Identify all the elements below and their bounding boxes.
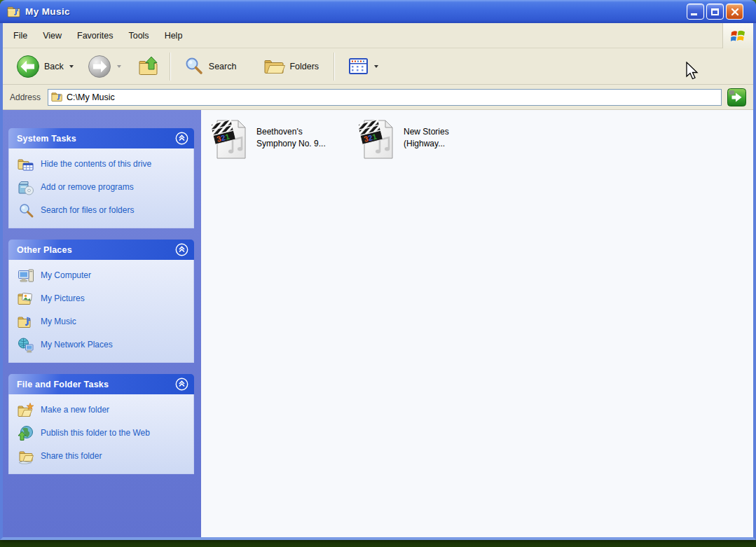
forward-dropdown-icon[interactable]: [117, 65, 121, 68]
link-my-pictures[interactable]: My Pictures: [18, 292, 188, 307]
media-file-icon: 321: [212, 118, 248, 160]
search-icon: [184, 56, 205, 77]
panel-other-places: Other Places: [8, 240, 194, 363]
menu-bar: File View Favorites Tools Help: [3, 23, 753, 48]
window-controls: [687, 4, 743, 20]
panel-header-other-places[interactable]: Other Places: [8, 240, 194, 260]
folders-button[interactable]: Folders: [259, 54, 322, 79]
windows-logo-badge: [722, 23, 753, 48]
link-my-music[interactable]: My Music: [18, 315, 188, 331]
folders-label: Folders: [289, 62, 319, 71]
share-folder-icon: [18, 448, 34, 465]
task-search-files[interactable]: Search for files or folders: [18, 204, 188, 219]
address-bar: Address: [3, 85, 753, 110]
views-icon: [349, 58, 369, 75]
chevron-up-icon[interactable]: [175, 378, 188, 391]
link-my-network-places[interactable]: My Network Places: [18, 338, 188, 354]
my-music-icon: [18, 314, 34, 331]
views-dropdown-icon[interactable]: [374, 65, 378, 68]
file-name: Beethoven's Symphony No. 9...: [256, 118, 326, 150]
content-area: System Tasks: [3, 110, 753, 537]
task-hide-drive-contents[interactable]: Hide the contents of this drive: [18, 158, 188, 173]
file-tile-new-stories[interactable]: 321 New Stories (Highway...: [359, 118, 499, 160]
address-combo[interactable]: [48, 89, 722, 106]
drive-contents-icon: [18, 156, 34, 173]
up-icon: [138, 55, 160, 78]
go-button[interactable]: [727, 88, 746, 106]
up-button[interactable]: [135, 53, 164, 80]
menu-view[interactable]: View: [35, 28, 69, 43]
explorer-window: My Music File View Favorites Tools Help: [0, 0, 756, 540]
menu-file[interactable]: File: [6, 28, 35, 43]
search-label: Search: [209, 62, 237, 71]
panel-body-system-tasks: Hide the contents of this drive: [8, 148, 194, 228]
task-share-folder[interactable]: Share this folder: [18, 450, 188, 465]
task-make-new-folder[interactable]: Make a new folder: [18, 403, 188, 419]
task-add-remove-programs[interactable]: Add or remove programs: [18, 181, 188, 196]
menu-tools[interactable]: Tools: [121, 28, 156, 43]
back-dropdown-icon[interactable]: [69, 65, 74, 68]
my-pictures-icon: [18, 291, 34, 307]
panel-body-file-folder-tasks: Make a new folder Publish this folder t: [8, 394, 194, 474]
address-label: Address: [8, 92, 48, 102]
desktop: { "colors": { "titlebar_blue": "#3d69de"…: [0, 0, 756, 547]
toolbar-separator: [170, 53, 170, 81]
file-list-area[interactable]: 321 Beethoven's Symphony No. 9...: [201, 110, 753, 537]
close-icon: [731, 8, 739, 16]
back-label: Back: [44, 62, 64, 71]
panel-body-other-places: My Computer: [8, 260, 194, 363]
menu-favorites[interactable]: Favorites: [69, 28, 121, 43]
minimize-button[interactable]: [687, 4, 704, 20]
minimize-icon: [691, 13, 697, 15]
panel-system-tasks: System Tasks: [8, 128, 194, 228]
close-button[interactable]: [726, 4, 743, 20]
toolbar: Back: [3, 48, 753, 85]
back-icon: [16, 55, 40, 78]
task-pane: System Tasks: [3, 110, 201, 537]
address-input[interactable]: [67, 92, 718, 102]
panel-file-folder-tasks: File and Folder Tasks: [8, 374, 194, 474]
add-remove-programs-icon: [18, 179, 34, 196]
my-computer-icon: [18, 268, 34, 284]
panel-header-file-folder-tasks[interactable]: File and Folder Tasks: [8, 374, 194, 394]
publish-web-icon: [18, 425, 34, 442]
music-folder-icon: [7, 5, 21, 19]
search-small-icon: [18, 202, 34, 219]
toolbar-separator-2: [334, 53, 334, 81]
file-tile-beethoven[interactable]: 321 Beethoven's Symphony No. 9...: [212, 118, 352, 160]
link-my-computer[interactable]: My Computer: [18, 269, 188, 284]
chevron-up-icon[interactable]: [175, 243, 188, 256]
back-button[interactable]: Back: [13, 53, 77, 81]
menu-help[interactable]: Help: [157, 28, 191, 43]
panel-header-system-tasks[interactable]: System Tasks: [8, 128, 194, 148]
window-body: File View Favorites Tools Help: [0, 23, 756, 540]
chevron-up-icon[interactable]: [175, 132, 188, 145]
maximize-button[interactable]: [706, 4, 724, 20]
windows-logo-icon: [729, 27, 748, 45]
views-button[interactable]: [345, 56, 382, 77]
search-button[interactable]: Search: [180, 54, 240, 79]
forward-button[interactable]: [84, 53, 125, 81]
maximize-icon: [711, 8, 719, 15]
task-publish-folder[interactable]: Publish this folder to the Web: [18, 427, 188, 442]
music-folder-icon: [51, 91, 63, 103]
network-places-icon: [18, 337, 34, 354]
forward-icon: [88, 55, 111, 78]
file-name: New Stories (Highway...: [404, 118, 449, 150]
media-file-icon: 321: [359, 118, 395, 160]
new-folder-icon: [18, 402, 34, 419]
title-bar[interactable]: My Music: [0, 0, 756, 23]
folders-icon: [263, 56, 285, 77]
window-title: My Music: [25, 6, 687, 17]
